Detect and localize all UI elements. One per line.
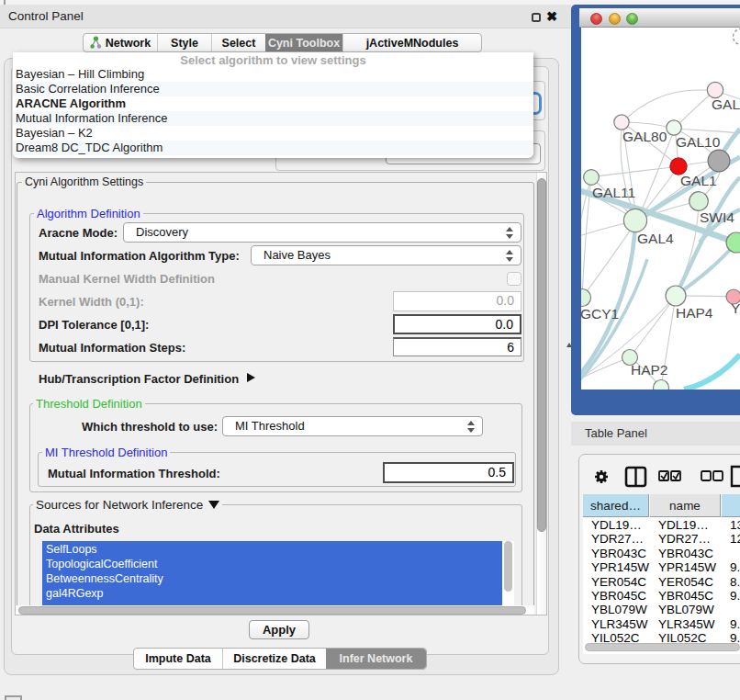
svg-text:GAL4: GAL4 xyxy=(637,231,674,246)
svg-text:GAL10: GAL10 xyxy=(676,134,721,150)
svg-text:SWI4: SWI4 xyxy=(700,209,734,225)
svg-text:GCY1: GCY1 xyxy=(581,306,619,322)
svg-text:GAL7: GAL7 xyxy=(712,96,740,112)
svg-text:YJ: YJ xyxy=(731,300,740,316)
svg-text:HAP4: HAP4 xyxy=(676,305,713,321)
svg-text:GAL1: GAL1 xyxy=(680,173,717,188)
svg-text:HAP2: HAP2 xyxy=(631,362,668,378)
svg-text:GAL11: GAL11 xyxy=(592,185,635,200)
svg-text:GAL80: GAL80 xyxy=(622,129,667,144)
